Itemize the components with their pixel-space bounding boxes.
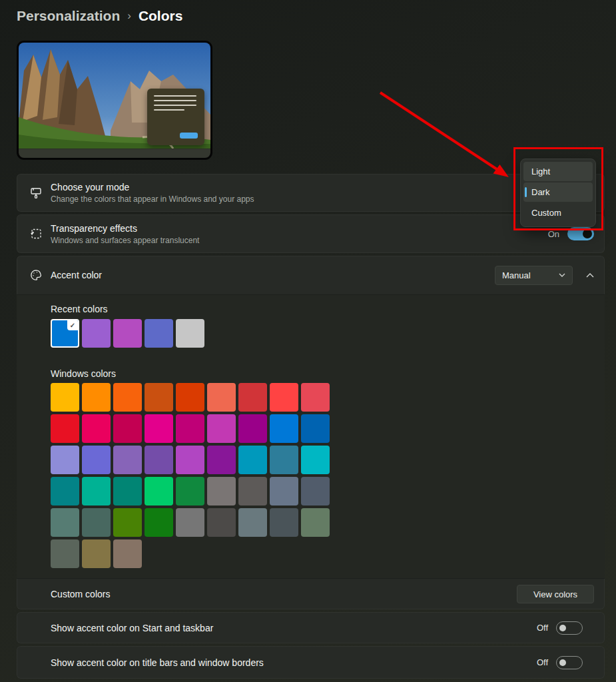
color-swatch[interactable] — [145, 446, 173, 474]
color-swatch[interactable] — [145, 383, 173, 412]
color-swatch[interactable] — [301, 446, 330, 474]
preview-taskbar — [19, 149, 210, 158]
preview-text-line — [154, 109, 184, 111]
color-swatch[interactable] — [145, 414, 173, 443]
color-swatch[interactable] — [207, 383, 236, 412]
mode-option-light-label: Light — [531, 167, 550, 176]
transparency-row: Transparency effects Windows and surface… — [17, 214, 605, 253]
color-swatch[interactable] — [207, 414, 236, 443]
color-swatch[interactable] — [238, 477, 267, 506]
toggle-knob — [559, 625, 566, 631]
recent-colors-row: ✓ — [51, 319, 594, 348]
color-swatch[interactable] — [176, 319, 204, 348]
color-swatch[interactable] — [113, 383, 142, 412]
preview-mini-window — [147, 89, 204, 145]
color-swatch[interactable] — [207, 477, 236, 506]
color-swatch[interactable] — [82, 414, 111, 443]
breadcrumb-personalization[interactable]: Personalization — [17, 8, 120, 24]
transparency-toggle[interactable] — [567, 227, 594, 240]
breadcrumb: Personalization › Colors — [17, 8, 182, 24]
color-swatch[interactable] — [238, 508, 267, 537]
color-swatch[interactable] — [82, 508, 111, 537]
transparency-state-label: On — [548, 229, 559, 239]
titlebars-state-label: Off — [537, 657, 548, 667]
color-swatch[interactable] — [113, 539, 142, 568]
color-swatch[interactable] — [145, 319, 173, 348]
color-swatch[interactable]: ✓ — [51, 319, 79, 348]
start-taskbar-toggle[interactable] — [556, 621, 583, 635]
color-swatch[interactable] — [145, 477, 173, 506]
color-swatch[interactable] — [113, 477, 142, 506]
color-swatch[interactable] — [270, 508, 298, 537]
color-swatch[interactable] — [176, 446, 204, 474]
color-swatch[interactable] — [51, 446, 79, 474]
color-swatch[interactable] — [176, 477, 204, 506]
color-swatch[interactable] — [207, 508, 236, 537]
color-swatch[interactable] — [176, 414, 204, 443]
start-taskbar-title: Show accent color on Start and taskbar — [51, 623, 537, 633]
titlebars-toggle[interactable] — [556, 656, 583, 669]
transparency-title: Transparency effects — [51, 223, 548, 234]
color-swatch[interactable] — [113, 446, 142, 474]
mode-option-custom[interactable]: Custom — [523, 203, 593, 222]
settings-window: Personalization › Colors — [0, 0, 616, 682]
mode-option-light[interactable]: Light — [523, 162, 593, 181]
start-taskbar-state-label: Off — [537, 623, 548, 633]
page-title: Colors — [139, 8, 183, 24]
color-swatch[interactable] — [51, 414, 79, 443]
color-swatch[interactable] — [270, 414, 298, 443]
color-swatch[interactable] — [301, 414, 330, 443]
windows-colors-grid — [51, 383, 330, 568]
chevron-down-icon — [559, 273, 565, 277]
toggle-knob — [559, 659, 566, 666]
selected-indicator — [525, 187, 527, 197]
color-swatch[interactable] — [82, 383, 111, 412]
color-swatch[interactable] — [51, 539, 79, 568]
palette-icon — [29, 268, 43, 282]
chevron-right-icon: › — [127, 9, 131, 23]
color-swatch[interactable] — [238, 446, 267, 474]
color-swatch[interactable] — [51, 508, 79, 537]
custom-colors-row: Custom colors View colors — [17, 579, 605, 609]
color-swatch[interactable] — [82, 446, 111, 474]
accent-mode-select[interactable]: Manual — [495, 266, 573, 285]
paint-roller-icon — [29, 186, 43, 200]
color-swatch[interactable] — [270, 477, 298, 506]
choose-mode-row[interactable]: Choose your mode Change the colors that … — [17, 174, 605, 212]
color-swatch[interactable] — [301, 477, 330, 506]
color-swatch[interactable] — [145, 508, 173, 537]
color-swatch[interactable] — [82, 477, 111, 506]
toggle-knob — [583, 229, 592, 238]
transparency-subtitle: Windows and surfaces appear translucent — [51, 236, 548, 245]
color-swatch[interactable] — [176, 508, 204, 537]
color-swatch[interactable] — [113, 319, 142, 348]
view-colors-button[interactable]: View colors — [517, 585, 594, 603]
accent-expanded-section: Recent colors ✓ Windows colors — [17, 294, 605, 579]
color-swatch[interactable] — [238, 383, 267, 412]
mode-dropdown-flyout: Light Dark Custom — [520, 159, 596, 227]
chevron-up-icon[interactable] — [586, 273, 594, 278]
custom-colors-label: Custom colors — [51, 589, 517, 599]
color-swatch[interactable] — [113, 508, 142, 537]
color-swatch[interactable] — [82, 319, 111, 348]
color-swatch[interactable] — [82, 539, 111, 568]
color-swatch[interactable] — [238, 414, 267, 443]
windows-colors-label: Windows colors — [51, 368, 594, 379]
transparency-icon — [29, 227, 43, 240]
mode-option-dark[interactable]: Dark — [523, 182, 593, 202]
color-swatch[interactable] — [270, 446, 298, 474]
color-swatch[interactable] — [51, 383, 79, 412]
theme-preview — [17, 41, 212, 160]
color-swatch[interactable] — [51, 477, 79, 506]
recent-colors-label: Recent colors — [51, 304, 594, 314]
accent-start-taskbar-row: Show accent color on Start and taskbar O… — [17, 612, 605, 643]
choose-mode-title: Choose your mode — [51, 182, 594, 192]
color-swatch[interactable] — [301, 383, 330, 412]
accent-color-row[interactable]: Accent color Manual — [17, 256, 605, 294]
color-swatch[interactable] — [207, 446, 236, 474]
color-swatch[interactable] — [301, 508, 330, 537]
color-swatch[interactable] — [270, 383, 298, 412]
preview-text-line — [154, 95, 196, 97]
color-swatch[interactable] — [113, 414, 142, 443]
color-swatch[interactable] — [176, 383, 204, 412]
